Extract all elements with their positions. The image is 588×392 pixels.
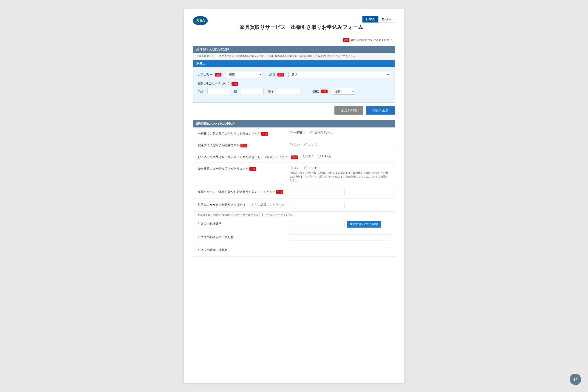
house-type-required: 必須 [262,132,268,136]
width-label: 幅 [234,89,237,94]
required-badge: 必須 [343,38,349,42]
assembled-radio-group: はい いいえ [303,154,331,158]
size-required-badge: 必須 [232,82,238,86]
required-note-text: 印の項目はすべてご入力ください。 [351,38,395,42]
exit-route-no[interactable]: いいえ [304,166,318,170]
page-title: 家具買取りサービス 出張引き取りお申込みフォーム [208,24,395,31]
field-address-line: 引取先の番地・建物名 [193,244,395,256]
category-label: カテゴリー 必須 [198,72,222,77]
category-item-row: カテゴリー 必須 選択 品目 必須 選択 [198,71,390,78]
entry-permit-no[interactable]: いいえ [304,142,318,146]
pickup-section: 出張買取についてのお申込み 一戸建てと集合住宅のどちらにお住まいですか 必須 一… [193,120,395,257]
entry-permit-label: 配送前に入館申請が必要ですか 必須 [198,142,285,148]
exit-route-radio-group: はい いいえ [290,166,390,170]
size-label: 家具の3辺のサイズ(cm) 必須 [198,82,390,86]
field-phone: 集荷日当日にご連絡可能なお電話番号を入力してください 必須 [193,186,395,199]
parking-label: 駐停車にかかわる制限がある場合は、こちらに記載してください [198,202,285,207]
header: IKEA 日本語 English 家具買取りサービス 出張引き取りお申込みフォー… [193,16,395,34]
furniture-card-header: 家具 1 [193,60,395,67]
qty-required-badge: 必須 [321,90,328,93]
parking-input[interactable] [290,202,345,208]
exit-route-no-radio[interactable] [304,166,307,170]
exit-route-note-link[interactable]: こちら [368,175,376,178]
assembled-required: 必須 [291,156,298,159]
address-line-label: 引取先の番地・建物名 [198,247,285,252]
lang-english-button[interactable]: English [378,16,395,22]
page-container: IKEA 日本語 English 家具買取りサービス 出張引き取りお申込みフォー… [184,9,404,383]
category-select[interactable]: 選択 [226,71,263,78]
city-controls [290,234,390,240]
entry-permit-controls: はい いいえ [290,142,390,146]
assembled-controls: はい いいえ [303,154,390,158]
pickup-form: 一戸建てと集合住宅のどちらにお住まいですか 必須 一戸建て 集合住宅/ビル [193,128,395,212]
depth-input[interactable] [277,88,300,94]
field-parking: 駐停車にかかわる制限がある場合は、こちらに記載してください [193,199,395,211]
phone-controls [290,189,390,195]
page-title-section: 日本語 English 家具買取りサービス 出張引き取りお申込みフォーム [208,16,395,34]
s-star-badge[interactable]: s* [570,374,581,385]
house-type-detached[interactable]: 一戸建て [290,131,306,135]
entry-permit-required: 必須 [240,144,247,148]
entry-permit-no-radio[interactable] [304,143,307,146]
postal-search-button[interactable]: 郵便番号で住所を検索 [347,221,381,228]
exit-route-note: ※配送スタッフがお伺いした際、そのままの状態では玄関の外まで撤出できないと判断し… [290,171,390,182]
field-postal: 引取先の郵便番号 郵便番号で住所を検索 [193,218,395,231]
item-select[interactable]: 選択 [288,71,390,78]
entry-permit-radio-group: はい いいえ [290,142,318,146]
assembled-yes[interactable]: はい [303,154,313,158]
postal-label: 引取先の郵便番号 [198,221,285,226]
field-entry-permit: 配送前に入館申請が必要ですか 必須 はい いいえ [193,139,395,151]
city-input[interactable] [290,234,390,240]
registration-section: 受付を行った家具の登録 ※家具買取りサービスの受付を行った家具のみ登録ください。… [193,46,395,103]
field-exit-route: 撤出経路には十分な広さがありますか 必須 はい いいえ [193,162,395,186]
exit-route-label: 撤出経路には十分な広さがありますか 必須 [198,166,285,171]
exit-route-controls: はい いいえ ※配送スタッフがお伺いした際、そのままの状態では玄関の外まで撤出で… [290,166,390,182]
depth-label: 奥行 [267,89,273,94]
phone-label: 集荷日当日にご連絡可能なお電話番号を入力してください 必須 [198,189,285,194]
house-type-radio-group: 一戸建て 集合住宅/ビル [290,131,333,135]
phone-required: 必須 [276,190,283,194]
exit-route-required: 必須 [250,167,256,171]
entry-permit-yes-radio[interactable] [290,143,292,146]
parking-controls [290,202,390,208]
house-type-label: 一戸建てと集合住宅のどちらにお住まいですか 必須 [198,131,285,136]
required-note: 必須 印の項目はすべてご入力ください。 [193,38,395,42]
registration-header: 受付を行った家具の登録 [193,46,395,53]
house-type-apartment[interactable]: 集合住宅/ビル [310,131,333,135]
field-assembled: お申込みの商品は全て組み立てられた状態である（解体していない） 必須 はい いい… [193,151,395,162]
item-required-badge: 必須 [278,73,284,76]
assembled-yes-radio[interactable] [303,155,306,158]
ikea-logo-text: IKEA [196,18,205,23]
lang-buttons: 日本語 English [208,16,395,22]
address-sub-note: 商品引き取りの場所が前画面に記載の住所と異なる場合は、こちらにご入力ください。 [193,212,395,218]
phone-input[interactable] [290,189,345,195]
size-inputs-row: 高さ 幅 奥行 個数 必須 選択 1 2 [198,88,390,94]
item-label: 品目 必須 [266,72,285,77]
exit-route-yes[interactable]: はい [290,166,300,170]
category-required-badge: 必須 [215,73,222,76]
field-house-type: 一戸建てと集合住宅のどちらにお住まいですか 必須 一戸建て 集合住宅/ビル [193,128,395,139]
assembled-no[interactable]: いいえ [318,154,331,158]
qty-select[interactable]: 選択 1 2 3 [332,88,355,94]
height-label: 高さ [198,89,204,94]
house-type-detached-radio[interactable] [290,131,292,134]
exit-route-yes-radio[interactable] [290,166,292,170]
furniture-card-body: カテゴリー 必須 選択 品目 必須 選択 [193,67,395,102]
height-input[interactable] [208,88,230,94]
delete-furniture-button[interactable]: 家具を削除 [334,106,363,114]
address-line-controls [290,247,390,253]
assembled-no-radio[interactable] [318,155,321,158]
qty-label: 個数 必須 [313,89,328,94]
entry-permit-yes[interactable]: はい [290,142,300,146]
furniture-card-1: 家具 1 カテゴリー 必須 選択 品目 必須 選 [193,60,395,103]
address-line-input[interactable] [290,247,390,253]
row-actions: 家具を削除 家具を追加 [193,106,395,114]
house-type-apartment-radio[interactable] [310,131,313,134]
width-input[interactable] [241,88,264,94]
city-label: 引取先の都道府県市区町村 [198,234,285,239]
add-furniture-button[interactable]: 家具を追加 [366,106,395,114]
assembled-label: お申込みの商品は全て組み立てられた状態である（解体していない） 必須 [198,154,298,159]
postal-input[interactable] [290,221,345,227]
lang-japanese-button[interactable]: 日本語 [362,16,378,22]
house-type-controls: 一戸建て 集合住宅/ビル [290,131,390,135]
